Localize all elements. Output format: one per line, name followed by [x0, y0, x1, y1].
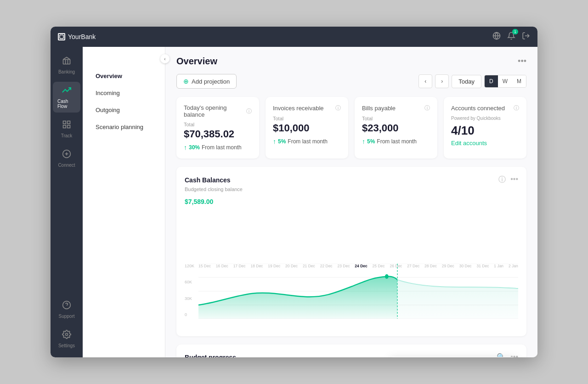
cards-row: Today's opening balance ⓘ Total $70,385.…: [176, 97, 526, 158]
info-icon-bills[interactable]: ⓘ: [424, 104, 430, 112]
chart-menu-icon[interactable]: •••: [510, 175, 518, 185]
powered-by-text: Powered by Quickbooks: [451, 116, 519, 121]
arrow-up-icon-bills: ↑: [362, 138, 365, 145]
svg-point-16: [66, 333, 68, 336]
sidebar-left: Banking Cash Flow Track Connect: [51, 47, 83, 357]
next-arrow[interactable]: ›: [435, 74, 449, 88]
sub-nav-scenario[interactable]: Scenario planning: [86, 119, 161, 135]
prev-arrow[interactable]: ‹: [418, 74, 432, 88]
chart-subtitle: Budgeted closing balance: [185, 186, 518, 192]
card-bills: Bills payable ⓘ Total $23,000 ↑ 5% From …: [355, 97, 437, 158]
view-month-button[interactable]: M: [512, 75, 526, 87]
titlebar: YourBank 1: [51, 27, 537, 47]
cash-chart-area: 120K 60K 30K 0: [185, 264, 518, 328]
app-logo: YourBank: [58, 33, 96, 40]
card-accounts: Accounts connected ⓘ Powered by Quickboo…: [444, 97, 526, 158]
card-title-bills: Bills payable: [362, 105, 396, 112]
notification-badge: 1: [512, 29, 518, 34]
bank-icon: [62, 56, 71, 68]
svg-rect-7: [63, 121, 66, 124]
info-icon-balance[interactable]: ⓘ: [246, 107, 252, 115]
card-label-balance: Total: [184, 122, 252, 127]
plus-circle-icon-btn: ⊕: [183, 78, 189, 85]
main-content: Overview ••• ⊕ Add projection ‹ › Today …: [165, 47, 537, 357]
card-value-bills: $23,000: [362, 122, 430, 134]
key-popup: Key × Cash in: Paid Due: [389, 357, 517, 357]
sidebar-item-cashflow[interactable]: Cash Flow: [53, 82, 80, 113]
arrow-up-icon-inv: ↑: [273, 138, 276, 145]
chart-title: Cash Balances: [185, 176, 231, 184]
card-value-balance: $70,385.02: [184, 128, 252, 140]
sidebar-bottom: Support Settings: [53, 297, 80, 352]
view-toggle: D W M: [484, 75, 526, 88]
sub-nav-outgoing[interactable]: Outgoing: [86, 102, 161, 118]
card-change-invoices: ↑ 5% From last month: [273, 138, 341, 145]
budget-section: Budget progress 🔍 ••• Week this year $3,…: [176, 344, 526, 357]
view-week-button[interactable]: W: [498, 75, 512, 87]
gear-icon: [62, 330, 71, 341]
sidebar-label-settings: Settings: [58, 343, 75, 348]
card-invoices: Invoices receivable ⓘ Total $10,000 ↑ 5%…: [266, 97, 348, 158]
chart-value: $7,589.00: [185, 194, 518, 207]
svg-rect-10: [63, 125, 66, 128]
sidebar-item-settings[interactable]: Settings: [53, 326, 80, 352]
sidebar-label-banking: Banking: [58, 69, 75, 74]
collapse-button[interactable]: ‹: [160, 54, 170, 63]
info-icon-accounts[interactable]: ⓘ: [514, 104, 519, 112]
date-nav-controls: ‹ › Today D W M: [418, 74, 526, 88]
card-opening-balance: Today's opening balance ⓘ Total $70,385.…: [176, 97, 259, 158]
svg-rect-0: [60, 35, 63, 39]
card-change-balance: ↑ 30% From last month: [184, 144, 252, 151]
card-title-accounts: Accounts connected: [451, 105, 505, 112]
card-title-balance: Today's opening balance: [184, 104, 246, 118]
svg-rect-8: [68, 121, 70, 124]
sidebar-sub: ‹ Overview Incoming Outgoing Scenario pl…: [83, 47, 165, 357]
chart-info-icon[interactable]: ⓘ: [498, 175, 506, 185]
sidebar-label-track: Track: [61, 133, 73, 138]
view-day-button[interactable]: D: [485, 75, 498, 87]
card-label-invoices: Total: [273, 116, 341, 121]
bell-icon[interactable]: 1: [507, 32, 515, 42]
sidebar-item-track[interactable]: Track: [53, 116, 80, 142]
profile-icon[interactable]: [522, 32, 530, 42]
sidebar-item-connect[interactable]: Connect: [53, 146, 80, 171]
card-title-invoices: Invoices receivable: [273, 105, 324, 112]
budget-title: Budget progress: [185, 354, 236, 358]
add-projection-button[interactable]: ⊕ Add projection: [176, 74, 237, 89]
svg-rect-4: [63, 60, 70, 64]
grid-icon: [62, 120, 71, 131]
toolbar: ⊕ Add projection ‹ › Today D W M: [176, 74, 526, 89]
accounts-value: 4/10: [451, 124, 519, 138]
cash-balance-chart: [198, 264, 518, 319]
logo-icon: [58, 33, 65, 40]
svg-rect-9: [68, 125, 70, 128]
globe-icon[interactable]: [492, 32, 501, 42]
question-circle-icon: [62, 300, 71, 312]
chart-header-icons: ⓘ •••: [498, 175, 518, 185]
card-value-invoices: $10,000: [273, 122, 341, 134]
cash-balances-section: Cash Balances ⓘ ••• Budgeted closing bal…: [176, 167, 526, 336]
sidebar-label-connect: Connect: [58, 163, 75, 168]
titlebar-actions: 1: [492, 32, 530, 42]
sub-nav-incoming[interactable]: Incoming: [86, 85, 161, 101]
svg-point-22: [385, 274, 389, 279]
page-title: Overview: [176, 56, 217, 67]
page-header: Overview •••: [176, 56, 526, 67]
sidebar-label-support: Support: [58, 314, 74, 319]
page-menu-icon[interactable]: •••: [518, 56, 526, 66]
sub-nav-header: ‹: [83, 54, 165, 63]
today-button[interactable]: Today: [452, 75, 481, 88]
sub-nav-overview[interactable]: Overview: [86, 68, 161, 84]
trending-up-icon: [62, 85, 71, 97]
sidebar-item-support[interactable]: Support: [53, 297, 80, 322]
sidebar-item-banking[interactable]: Banking: [53, 52, 80, 78]
card-change-bills: ↑ 5% From last month: [362, 138, 430, 145]
info-icon-invoices[interactable]: ⓘ: [335, 104, 341, 112]
sidebar-label-cashflow: Cash Flow: [57, 99, 76, 109]
y-axis-labels: 120K 60K 30K 0: [185, 264, 194, 319]
arrow-up-icon: ↑: [184, 144, 187, 151]
plus-circle-icon: [62, 149, 71, 161]
edit-accounts-link[interactable]: Edit accounts: [451, 140, 519, 147]
card-label-bills: Total: [362, 116, 430, 121]
